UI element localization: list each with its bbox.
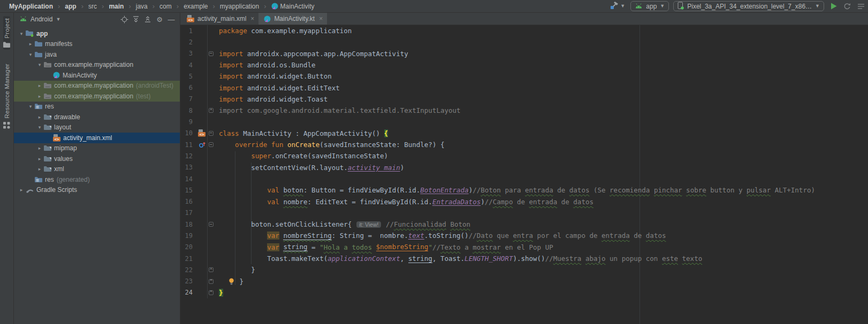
tool-window-button-resource-manager[interactable]: Resource Manager [3, 61, 10, 131]
tree-item-mipmap[interactable]: ▸mipmap [14, 143, 180, 154]
code-line-10[interactable]: 10<>class MainActivity : AppCompatActivi… [180, 128, 868, 139]
breadcrumb-item[interactable]: MyApplication [7, 2, 55, 11]
close-tab-icon[interactable]: × [250, 15, 254, 22]
breadcrumb-item[interactable]: src [87, 2, 98, 11]
xml-file-icon[interactable]: <> [198, 129, 205, 137]
code-line-11[interactable]: 11 override fun onCreate(savedInstanceSt… [180, 139, 868, 150]
code-text[interactable]: override fun onCreate(savedInstanceState… [215, 141, 444, 149]
expand-all-button[interactable] [131, 14, 141, 24]
code-line-1[interactable]: 1package com.example.myapplication [180, 25, 868, 36]
tree-item-xml[interactable]: ▸xml [14, 164, 180, 175]
line-number[interactable]: 22 [180, 266, 196, 274]
code-line-12[interactable]: 12 super.onCreate(savedInstanceState) [180, 150, 868, 161]
line-number[interactable]: 21 [180, 255, 196, 263]
locate-button[interactable] [119, 14, 130, 24]
line-number[interactable]: 14 [180, 175, 196, 183]
breadcrumb-item[interactable]: example [182, 2, 209, 11]
line-number[interactable]: 10 [180, 129, 196, 137]
code-text[interactable]: var string = "Hola a todos $nombreString… [215, 243, 553, 251]
tree-item-res[interactable]: ▾res [14, 102, 180, 112]
code-text[interactable]: class MainActivity : AppCompatActivity()… [215, 129, 388, 137]
more-actions-button[interactable] [857, 3, 865, 10]
tree-expand-arrow-icon[interactable]: ▸ [35, 145, 44, 151]
code-text[interactable]: val boton: Button = findViewById(R.id.Bo… [215, 186, 815, 194]
fold-end-icon[interactable] [209, 267, 214, 272]
tree-item-app[interactable]: ▾app [14, 28, 180, 39]
project-view-selector[interactable]: Android [31, 16, 52, 23]
tree-collapse-arrow-icon[interactable]: ▾ [26, 52, 35, 57]
tree-item-com-example-myapplication[interactable]: ▸com.example.myapplication(test) [14, 91, 180, 102]
tree-expand-arrow-icon[interactable]: ▸ [35, 166, 44, 172]
code-line-8[interactable]: 8import com.google.android.material.text… [180, 105, 868, 116]
line-number[interactable]: 20 [180, 243, 196, 251]
bulb-icon[interactable] [229, 278, 234, 285]
line-number[interactable]: 19 [180, 232, 196, 240]
code-line-15[interactable]: 15 val boton: Button = findViewById(R.id… [180, 184, 868, 196]
code-line-6[interactable]: 6import android.widget.EditText [180, 82, 868, 93]
line-number[interactable]: 9 [180, 118, 196, 126]
line-number[interactable]: 23 [180, 277, 196, 285]
code-text[interactable]: var nombreString: String = nombre.text.t… [215, 232, 666, 240]
breadcrumb-item[interactable]: java [134, 2, 149, 11]
line-number[interactable]: 16 [180, 198, 196, 205]
code-line-21[interactable]: 21 Toast.makeText(applicationContext, st… [180, 253, 868, 264]
editor-tab-activity-main-xml[interactable]: <>activity_main.xml× [181, 13, 258, 25]
code-text[interactable]: } [215, 289, 223, 297]
code-text[interactable]: } [215, 266, 255, 274]
line-number[interactable]: 18 [180, 221, 196, 228]
tree-item-layout[interactable]: ▾layout [14, 122, 180, 133]
tree-item-manifests[interactable]: ▸manifests [14, 39, 180, 50]
tree-collapse-arrow-icon[interactable]: ▾ [17, 31, 26, 36]
tree-item-values[interactable]: ▸values [14, 153, 180, 164]
code-line-24[interactable]: 24} [180, 287, 868, 298]
fold-open-icon[interactable] [209, 131, 214, 136]
tree-collapse-arrow-icon[interactable]: ▾ [35, 125, 44, 130]
code-line-18[interactable]: 18 boton.setOnClickListener{ it: View! /… [180, 219, 868, 230]
tree-expand-arrow-icon[interactable]: ▸ [26, 41, 35, 47]
settings-button[interactable]: ⚙ [154, 14, 165, 24]
breadcrumb-item[interactable]: com [158, 2, 173, 11]
code-text[interactable]: setContentView(R.layout.activity_main) [215, 164, 404, 172]
line-number[interactable]: 12 [180, 152, 196, 160]
line-number[interactable]: 13 [180, 164, 196, 171]
code-line-13[interactable]: 13 setContentView(R.layout.activity_main… [180, 162, 868, 173]
line-number[interactable]: 8 [180, 107, 196, 114]
line-number[interactable]: 24 [180, 289, 196, 296]
tree-item-gradle-scripts[interactable]: ▸Gradle Scripts [14, 185, 180, 196]
tree-item-com-example-myapplication[interactable]: ▾com.example.myapplication [14, 60, 180, 71]
device-selector[interactable]: Pixel_3a_API_34_extension_level_7_x86… ▼ [673, 1, 824, 11]
tree-expand-arrow-icon[interactable]: ▸ [35, 83, 44, 88]
tree-item-activity-main-xml[interactable]: <>activity_main.xml [14, 133, 180, 143]
code-line-16[interactable]: 16 val nombre: EditText = findViewById(R… [180, 196, 868, 207]
code-text[interactable]: import com.google.android.material.textf… [215, 106, 461, 114]
tree-expand-arrow-icon[interactable]: ▸ [35, 114, 44, 120]
hide-button[interactable]: — [166, 14, 177, 24]
close-tab-icon[interactable]: × [319, 15, 323, 22]
line-number[interactable]: 4 [180, 61, 196, 69]
line-number[interactable]: 15 [180, 187, 196, 194]
tree-expand-arrow-icon[interactable]: ▸ [17, 187, 26, 192]
code-text[interactable]: Toast.makeText(applicationContext, strin… [215, 254, 702, 263]
line-number[interactable]: 7 [180, 95, 196, 103]
code-line-20[interactable]: 20 var string = "Hola a todos $nombreStr… [180, 242, 868, 253]
code-text[interactable]: import android.widget.Button [215, 72, 332, 80]
tree-item-java[interactable]: ▾java [14, 49, 180, 60]
fold-end-icon[interactable] [209, 108, 214, 113]
line-number[interactable]: 1 [180, 27, 196, 35]
code-line-9[interactable]: 9 [180, 116, 868, 127]
code-text[interactable]: super.onCreate(savedInstanceState) [215, 152, 388, 160]
tree-collapse-arrow-icon[interactable]: ▾ [35, 62, 44, 67]
line-number[interactable]: 6 [180, 84, 196, 91]
tool-window-button-project[interactable]: Project [3, 16, 10, 50]
code-line-2[interactable]: 2 [180, 36, 868, 48]
tree-expand-arrow-icon[interactable]: ▸ [35, 94, 44, 99]
code-text[interactable]: import androidx.appcompat.app.AppCompatA… [215, 50, 408, 58]
tree-item-com-example-myapplication[interactable]: ▸com.example.myapplication(androidTest) [14, 81, 180, 91]
code-line-3[interactable]: 3import androidx.appcompat.app.AppCompat… [180, 48, 868, 59]
fold-open-icon[interactable] [209, 51, 214, 56]
code-line-19[interactable]: 19 var nombreString: String = nombre.tex… [180, 230, 868, 241]
fold-end-icon[interactable] [209, 290, 214, 295]
code-line-17[interactable]: 17 [180, 207, 868, 219]
line-number[interactable]: 11 [180, 141, 196, 149]
build-hammer-icon[interactable] [610, 2, 619, 10]
